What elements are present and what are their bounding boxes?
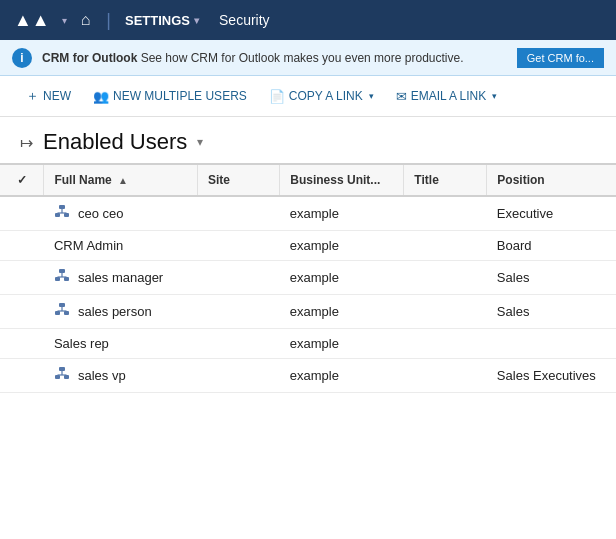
table-row[interactable]: Sales repexample <box>0 329 616 359</box>
row-site <box>198 261 280 295</box>
page-title-bar: ↦ Enabled Users ▾ <box>0 117 616 163</box>
row-site <box>198 359 280 393</box>
row-name-text: ceo ceo <box>78 206 124 221</box>
row-fullname: sales person <box>44 295 198 329</box>
svg-rect-6 <box>55 277 60 281</box>
nav-home-icon[interactable]: ⌂ <box>73 7 99 33</box>
table-row[interactable]: sales personexampleSales <box>0 295 616 329</box>
user-org-icon <box>54 302 70 321</box>
svg-rect-15 <box>59 367 65 371</box>
top-nav: ▲▲ ▾ ⌂ | SETTINGS ▾ Security <box>0 0 616 40</box>
copy-link-button[interactable]: 📄 COPY A LINK ▾ <box>259 84 384 109</box>
svg-rect-17 <box>64 375 69 379</box>
table-row[interactable]: CRM AdminexampleBoard <box>0 231 616 261</box>
row-checkbox[interactable] <box>0 359 44 393</box>
svg-rect-7 <box>64 277 69 281</box>
row-title <box>404 231 487 261</box>
col-header-site[interactable]: Site <box>198 164 280 196</box>
info-icon: i <box>12 48 32 68</box>
col-header-bunit[interactable]: Business Unit... <box>280 164 404 196</box>
row-bunit: example <box>280 231 404 261</box>
table-row[interactable]: sales vpexampleSales Executives <box>0 359 616 393</box>
page-title: Enabled Users <box>43 129 187 155</box>
row-fullname: sales manager <box>44 261 198 295</box>
row-checkbox[interactable] <box>0 196 44 231</box>
row-bunit: example <box>280 295 404 329</box>
svg-rect-10 <box>59 303 65 307</box>
row-title <box>404 261 487 295</box>
user-org-icon <box>54 204 70 223</box>
copy-link-chevron-icon: ▾ <box>369 91 374 101</box>
table-row[interactable]: ceo ceoexampleExecutive <box>0 196 616 231</box>
get-crm-button[interactable]: Get CRM fo... <box>517 48 604 68</box>
col-header-title[interactable]: Title <box>404 164 487 196</box>
table-row[interactable]: sales managerexampleSales <box>0 261 616 295</box>
email-link-button[interactable]: ✉ EMAIL A LINK ▾ <box>386 84 508 109</box>
row-title <box>404 295 487 329</box>
col-header-check[interactable]: ✓ <box>0 164 44 196</box>
users-table: ✓ Full Name ▲ Site Business Unit... Titl… <box>0 163 616 393</box>
page-title-chevron-icon[interactable]: ▾ <box>197 135 203 149</box>
row-fullname: Sales rep <box>44 329 198 359</box>
col-header-position[interactable]: Position <box>487 164 616 196</box>
row-name-text: Sales rep <box>54 336 109 351</box>
nav-settings-button[interactable]: SETTINGS ▾ <box>119 9 205 32</box>
row-fullname: CRM Admin <box>44 231 198 261</box>
row-checkbox[interactable] <box>0 329 44 359</box>
svg-rect-1 <box>55 213 60 217</box>
table-header-row: ✓ Full Name ▲ Site Business Unit... Titl… <box>0 164 616 196</box>
row-name-text: sales person <box>78 304 152 319</box>
row-site <box>198 329 280 359</box>
row-bunit: example <box>280 329 404 359</box>
row-name-text: sales vp <box>78 368 126 383</box>
toolbar: ＋ NEW 👥 NEW MULTIPLE USERS 📄 COPY A LINK… <box>0 76 616 117</box>
copy-icon: 📄 <box>269 89 285 104</box>
row-bunit: example <box>280 196 404 231</box>
row-checkbox[interactable] <box>0 231 44 261</box>
notif-text: CRM for Outlook See how CRM for Outlook … <box>42 51 507 65</box>
sort-asc-icon: ▲ <box>118 175 128 186</box>
nav-logo-chevron-icon: ▾ <box>60 11 69 30</box>
nav-security-label: Security <box>209 8 280 32</box>
nav-divider: | <box>102 10 115 31</box>
settings-chevron-icon: ▾ <box>194 15 199 26</box>
row-site <box>198 231 280 261</box>
row-site <box>198 196 280 231</box>
nav-logo-icon[interactable]: ▲▲ <box>8 6 56 35</box>
row-name-text: sales manager <box>78 270 163 285</box>
row-position: Board <box>487 231 616 261</box>
row-title <box>404 359 487 393</box>
row-checkbox[interactable] <box>0 261 44 295</box>
email-icon: ✉ <box>396 89 407 104</box>
email-link-chevron-icon: ▾ <box>492 91 497 101</box>
row-fullname: ceo ceo <box>44 196 198 231</box>
notification-bar: i CRM for Outlook See how CRM for Outloo… <box>0 40 616 76</box>
pin-icon: ↦ <box>20 133 33 152</box>
user-org-icon <box>54 268 70 287</box>
row-checkbox[interactable] <box>0 295 44 329</box>
row-fullname: sales vp <box>44 359 198 393</box>
svg-rect-16 <box>55 375 60 379</box>
svg-rect-12 <box>64 311 69 315</box>
row-position <box>487 329 616 359</box>
row-position: Sales <box>487 295 616 329</box>
row-position: Sales <box>487 261 616 295</box>
row-title <box>404 196 487 231</box>
row-position: Executive <box>487 196 616 231</box>
new-multiple-users-button[interactable]: 👥 NEW MULTIPLE USERS <box>83 84 257 109</box>
row-position: Sales Executives <box>487 359 616 393</box>
new-button[interactable]: ＋ NEW <box>16 82 81 110</box>
svg-rect-5 <box>59 269 65 273</box>
users-table-container: ✓ Full Name ▲ Site Business Unit... Titl… <box>0 163 616 393</box>
row-site <box>198 295 280 329</box>
check-all-icon: ✓ <box>17 173 27 187</box>
col-header-fullname[interactable]: Full Name ▲ <box>44 164 198 196</box>
row-bunit: example <box>280 359 404 393</box>
row-title <box>404 329 487 359</box>
row-name-text: CRM Admin <box>54 238 123 253</box>
svg-rect-2 <box>64 213 69 217</box>
svg-rect-0 <box>59 205 65 209</box>
user-org-icon <box>54 366 70 385</box>
row-bunit: example <box>280 261 404 295</box>
svg-rect-11 <box>55 311 60 315</box>
